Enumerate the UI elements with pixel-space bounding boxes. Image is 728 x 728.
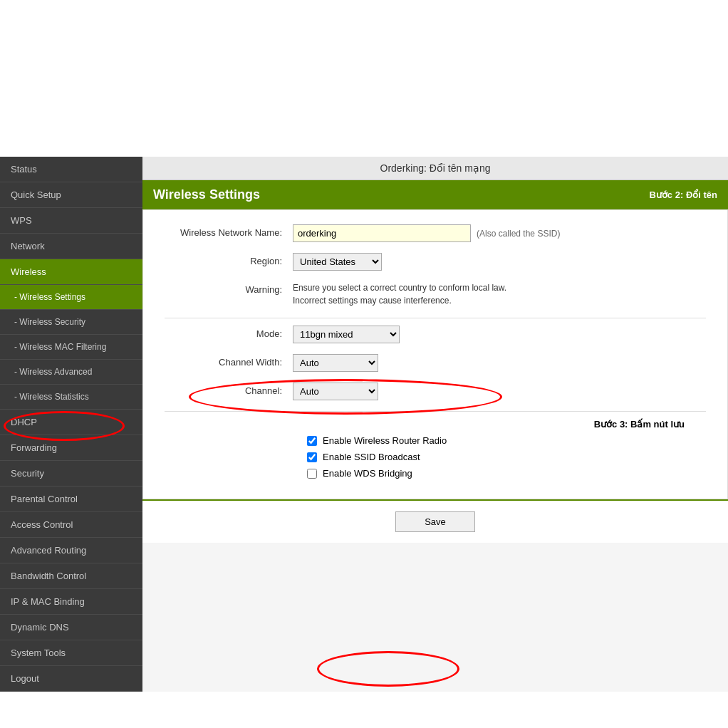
mode-select[interactable]: 11bgn mixed 11bg mixed 11b only 11g only… (293, 326, 400, 343)
warning-row: Warning: Ensure you select a correct cou… (165, 281, 706, 307)
region-field: United States China Japan Germany United… (293, 253, 706, 271)
sidebar-item-dhcp[interactable]: DHCP (0, 410, 142, 435)
sidebar-item-system-tools[interactable]: System Tools (0, 640, 142, 666)
channel-width-row: Channel Width: Auto 20MHz 40MHz (165, 354, 706, 372)
checkbox3-row: Enable WDS Bridging (307, 468, 706, 479)
sidebar-item-network[interactable]: Network (0, 234, 142, 259)
enable-wireless-radio-checkbox[interactable] (307, 436, 317, 446)
sidebar-item-bandwidth-control[interactable]: Bandwidth Control (0, 563, 142, 589)
enable-ssid-broadcast-checkbox[interactable] (307, 452, 317, 462)
section-title: Wireless Settings (153, 187, 260, 202)
sidebar-item-access-control[interactable]: Access Control (0, 512, 142, 538)
channel-row: Channel: Auto 123 456 789 1011 (165, 383, 706, 400)
channel-width-select[interactable]: Auto 20MHz 40MHz (293, 354, 378, 372)
step3-label: Bước 3: Bấm nút lưu (594, 419, 685, 430)
sidebar-item-wireless[interactable]: Wireless Bước 1 (0, 259, 142, 285)
channel-width-field: Auto 20MHz 40MHz (293, 354, 706, 372)
channel-field: Auto 123 456 789 1011 (293, 383, 706, 400)
step2-label: Bước 2: Đổi tên (649, 189, 717, 200)
sidebar-item-wireless-security[interactable]: - Wireless Security (0, 310, 142, 335)
channel-width-label: Channel Width: (165, 354, 293, 368)
region-row: Region: United States China Japan German… (165, 253, 706, 271)
sidebar-item-wireless-advanced[interactable]: - Wireless Advanced (0, 360, 142, 385)
sidebar-item-wireless-statistics[interactable]: - Wireless Statistics (0, 385, 142, 410)
save-area: Save (142, 499, 728, 543)
sidebar-item-dynamic-dns[interactable]: Dynamic DNS (0, 615, 142, 640)
sidebar-item-status[interactable]: Status (0, 157, 142, 182)
divider1 (165, 318, 706, 318)
checkboxes-area: Enable Wireless Router Radio Enable SSID… (165, 435, 706, 479)
page-title-bar: Orderking: Đổi tên mạng (142, 157, 728, 180)
region-label: Region: (165, 253, 293, 266)
sidebar: Status Quick Setup WPS Network Wireless … (0, 157, 142, 692)
page-title: Orderking: Đổi tên mạng (380, 162, 491, 174)
sidebar-item-forwarding[interactable]: Forwarding (0, 435, 142, 461)
form-area: Wireless Network Name: (Also called the … (142, 209, 728, 499)
warning-text: Ensure you select a correct country to c… (293, 281, 506, 307)
checkbox1-label: Enable Wireless Router Radio (323, 435, 447, 446)
checkbox2-row: Enable SSID Broadcast (307, 452, 706, 462)
checkbox1-row: Enable Wireless Router Radio (307, 435, 706, 446)
sidebar-item-security[interactable]: Security (0, 461, 142, 487)
mode-row: Mode: 11bgn mixed 11bg mixed 11b only 11… (165, 326, 706, 343)
divider2 (165, 411, 706, 412)
network-name-input[interactable] (293, 224, 471, 242)
mode-field: 11bgn mixed 11bg mixed 11b only 11g only… (293, 326, 706, 343)
warning-label: Warning: (165, 281, 293, 295)
sidebar-item-parental-control[interactable]: Parental Control (0, 487, 142, 512)
warning-field: Ensure you select a correct country to c… (293, 281, 706, 307)
network-name-label: Wireless Network Name: (165, 224, 293, 238)
network-name-field: (Also called the SSID) (293, 224, 706, 242)
network-name-row: Wireless Network Name: (Also called the … (165, 224, 706, 242)
enable-wds-bridging-checkbox[interactable] (307, 469, 317, 479)
checkbox2-label: Enable SSID Broadcast (323, 452, 420, 462)
top-whitespace (0, 0, 728, 157)
content-area: Orderking: Đổi tên mạng Wireless Setting… (142, 157, 728, 692)
sidebar-item-quick-setup[interactable]: Quick Setup (0, 182, 142, 208)
sidebar-item-wps[interactable]: WPS (0, 208, 142, 234)
section-header: Wireless Settings Bước 2: Đổi tên (142, 180, 728, 209)
channel-select[interactable]: Auto 123 456 789 1011 (293, 383, 378, 400)
sidebar-item-ip-mac-binding[interactable]: IP & MAC Binding (0, 589, 142, 615)
sidebar-item-logout[interactable]: Logout (0, 666, 142, 692)
sidebar-item-wireless-settings[interactable]: - Wireless Settings (0, 285, 142, 310)
mode-label: Mode: (165, 326, 293, 339)
save-button[interactable]: Save (395, 511, 475, 532)
main-area: Status Quick Setup WPS Network Wireless … (0, 157, 728, 692)
channel-label: Channel: (165, 383, 293, 396)
region-select[interactable]: United States China Japan Germany United… (293, 253, 382, 271)
bottom-whitespace (0, 692, 728, 728)
checkbox3-label: Enable WDS Bridging (323, 468, 412, 479)
sidebar-item-wireless-mac-filtering[interactable]: - Wireless MAC Filtering (0, 335, 142, 360)
sidebar-item-advanced-routing[interactable]: Advanced Routing (0, 538, 142, 563)
ssid-hint: (Also called the SSID) (477, 229, 560, 239)
